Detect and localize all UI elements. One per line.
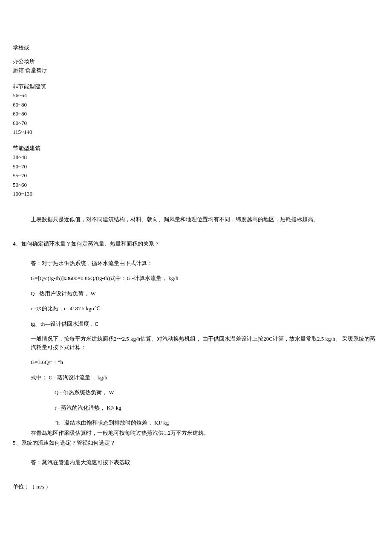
header-line-3: 旅馆 食堂餐厅 bbox=[13, 66, 379, 75]
question-4-title: 4、如何确定循环水量？如何定蒸汽量、热量和面积的关系？ bbox=[13, 240, 379, 248]
header-line-1: 学校或 bbox=[13, 43, 379, 52]
section1-value-5: 115~140 bbox=[13, 128, 379, 136]
q4-answer-line-9: Q - 供热系统热负荷， W bbox=[13, 388, 379, 397]
question-5-title: 5、系统的流速如何选定？管径如何选定？ bbox=[13, 439, 379, 447]
q4-answer-line-1: 答：对于热水供热系统，循环水流量由下式计算： bbox=[13, 259, 379, 268]
q4-answer-line-5: tg、th—设计供回水温度，C bbox=[13, 320, 379, 328]
section2-value-2: 50~70 bbox=[13, 162, 379, 171]
q5-answer-line-1: 答：蒸汽在管道内最大流速可按下表选取 bbox=[13, 458, 379, 467]
section1-value-1: 56~64 bbox=[13, 91, 379, 100]
section1-value-3: 60~80 bbox=[13, 110, 379, 118]
q4-answer-line-6: 一般情况下，按每平方米建筑面积2〜2.5 kg/h估算。对汽动换热机组， 由于供… bbox=[13, 335, 379, 351]
section2-value-1: 38~48 bbox=[13, 153, 379, 162]
q4-answer-line-12: 在青岛地区作采暖估算时，一般地可按每吨过热蒸汽供1.2万平方米建筑。 bbox=[13, 429, 379, 437]
q4-answer-line-4: c -水的比热，c=4187J/ kgo℃ bbox=[13, 304, 379, 313]
q4-answer-line-7: G=3.6Q/r + ″h bbox=[13, 358, 379, 367]
table-note: 上表数据只是近似值，对不同建筑结构，材料、朝向、漏风量和地理位置均有不同，纬度越… bbox=[13, 215, 379, 224]
section1-value-4: 60~70 bbox=[13, 119, 379, 127]
q5-unit-label: 单位：（ m/s ） bbox=[13, 483, 379, 491]
section1-title: 非节能型建筑 bbox=[13, 82, 379, 91]
section2-value-5: 100~130 bbox=[13, 190, 379, 198]
q4-answer-line-10: r - 蒸汽的汽化潜热， KJ/ kg bbox=[13, 404, 379, 412]
q4-answer-line-2: G=[Q/c(tg-th)]x3600=0.86Q/(tg-th)式中：G -计… bbox=[13, 274, 379, 283]
section2-title: 节能型建筑 bbox=[13, 144, 379, 153]
header-line-2: 办公场所 bbox=[13, 57, 379, 66]
q4-answer-line-11: ″h - 凝结水由饱和状态到排放时的焓差， KJ/ kg bbox=[13, 419, 379, 427]
section1-value-2: 60~80 bbox=[13, 101, 379, 109]
section2-value-4: 50~60 bbox=[13, 181, 379, 189]
q4-answer-line-3: Q - 热用户设计热负荷， W bbox=[13, 289, 379, 298]
section2-value-3: 55~70 bbox=[13, 171, 379, 180]
q4-answer-line-8: 式中： G - 蒸汽设计流量， kg/h bbox=[13, 373, 379, 382]
